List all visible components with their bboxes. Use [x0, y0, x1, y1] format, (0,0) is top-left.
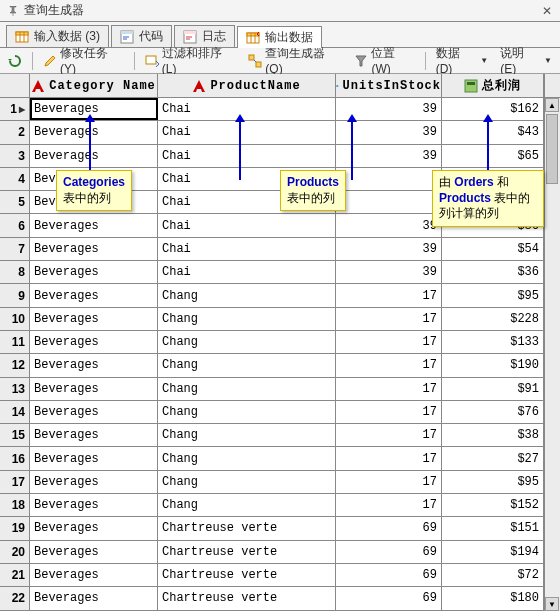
row-number[interactable]: 18	[0, 494, 30, 516]
cell[interactable]: Chang	[158, 471, 336, 493]
cell[interactable]: $27	[442, 447, 544, 469]
cell[interactable]: Beverages	[30, 541, 158, 563]
cell[interactable]: Beverages	[30, 587, 158, 609]
cell[interactable]: $54	[442, 238, 544, 260]
row-number[interactable]: 13	[0, 378, 30, 400]
row-number[interactable]: 16	[0, 447, 30, 469]
cell[interactable]: $151	[442, 517, 544, 539]
cell[interactable]: Chang	[158, 308, 336, 330]
cell[interactable]: Chang	[158, 354, 336, 376]
row-number[interactable]: 4	[0, 168, 30, 190]
tab-output-data[interactable]: 输出数据	[237, 26, 322, 48]
row-number[interactable]: 22	[0, 587, 30, 609]
cell[interactable]: Beverages	[30, 564, 158, 586]
cell[interactable]: Chang	[158, 447, 336, 469]
tab-code[interactable]: 代码	[111, 25, 172, 47]
row-number[interactable]: 14	[0, 401, 30, 423]
cell[interactable]: 17	[336, 308, 442, 330]
row-number[interactable]: 6	[0, 214, 30, 236]
column-header-product[interactable]: ProductName	[158, 74, 336, 97]
scroll-thumb[interactable]	[546, 114, 558, 184]
cell[interactable]: Beverages	[30, 238, 158, 260]
cell[interactable]: 17	[336, 401, 442, 423]
cell[interactable]: Beverages	[30, 284, 158, 306]
row-number[interactable]: 5	[0, 191, 30, 213]
cell[interactable]: Beverages	[30, 214, 158, 236]
cell[interactable]: Chang	[158, 331, 336, 353]
row-number[interactable]: 3	[0, 145, 30, 167]
cell[interactable]: Beverages	[30, 331, 158, 353]
cell[interactable]: 39	[336, 238, 442, 260]
cell[interactable]: Beverages	[30, 517, 158, 539]
column-header-units[interactable]: UnitsInStock	[336, 74, 442, 97]
scroll-down-button[interactable]: ▼	[545, 597, 559, 611]
tab-log[interactable]: 日志	[174, 25, 235, 47]
query-builder-button[interactable]: 查询生成器(Q)	[244, 50, 346, 72]
cell[interactable]: $190	[442, 354, 544, 376]
cell[interactable]: Beverages	[30, 494, 158, 516]
cell[interactable]: 69	[336, 517, 442, 539]
cell[interactable]: Chang	[158, 424, 336, 446]
column-header-profit[interactable]: 总利润	[442, 74, 544, 97]
row-number[interactable]: 9	[0, 284, 30, 306]
row-number[interactable]: 17	[0, 471, 30, 493]
cell[interactable]: 17	[336, 378, 442, 400]
cell[interactable]: Beverages	[30, 354, 158, 376]
cell[interactable]: 69	[336, 541, 442, 563]
cell[interactable]: 17	[336, 447, 442, 469]
cell[interactable]: $95	[442, 471, 544, 493]
cell[interactable]: 17	[336, 494, 442, 516]
help-menu[interactable]: 说明(E)▼	[496, 50, 556, 72]
cell[interactable]: $194	[442, 541, 544, 563]
cell[interactable]: $76	[442, 401, 544, 423]
cell[interactable]: Beverages	[30, 261, 158, 283]
where-button[interactable]: 位置(W)	[350, 50, 418, 72]
vertical-scrollbar[interactable]: ▲ ▼	[544, 98, 560, 611]
cell[interactable]: 17	[336, 331, 442, 353]
cell[interactable]: Beverages	[30, 424, 158, 446]
cell[interactable]: Chartreuse verte	[158, 517, 336, 539]
data-menu[interactable]: 数据(D)▼	[432, 50, 492, 72]
cell[interactable]: Chai	[158, 214, 336, 236]
cell[interactable]: $133	[442, 331, 544, 353]
cell[interactable]: Beverages	[30, 378, 158, 400]
row-number[interactable]: 8	[0, 261, 30, 283]
cell[interactable]: 17	[336, 284, 442, 306]
cell[interactable]: $36	[442, 261, 544, 283]
cell[interactable]: $228	[442, 308, 544, 330]
cell[interactable]: 69	[336, 587, 442, 609]
cell[interactable]: Chartreuse verte	[158, 541, 336, 563]
cell[interactable]: Chang	[158, 378, 336, 400]
row-number[interactable]: 10	[0, 308, 30, 330]
close-button[interactable]: ✕	[538, 4, 556, 18]
cell[interactable]: 69	[336, 564, 442, 586]
row-number[interactable]: 19	[0, 517, 30, 539]
corner-cell[interactable]	[0, 74, 30, 97]
cell[interactable]: $180	[442, 587, 544, 609]
column-header-category[interactable]: Category Name	[30, 74, 158, 97]
row-number[interactable]: 21	[0, 564, 30, 586]
cell[interactable]: 17	[336, 471, 442, 493]
cell[interactable]: Chang	[158, 401, 336, 423]
cell[interactable]: $152	[442, 494, 544, 516]
cell[interactable]: Chang	[158, 284, 336, 306]
cell[interactable]: 39	[336, 261, 442, 283]
cell[interactable]: $72	[442, 564, 544, 586]
cell[interactable]: 39	[336, 214, 442, 236]
row-number[interactable]: 7	[0, 238, 30, 260]
cell[interactable]: Chartreuse verte	[158, 564, 336, 586]
row-number[interactable]: 11	[0, 331, 30, 353]
cell[interactable]: $38	[442, 424, 544, 446]
row-number[interactable]: 12	[0, 354, 30, 376]
cell[interactable]: Chartreuse verte	[158, 587, 336, 609]
modify-task-button[interactable]: 修改任务(Y)	[39, 50, 128, 72]
refresh-button[interactable]	[4, 50, 26, 72]
cell[interactable]: 17	[336, 424, 442, 446]
cell[interactable]: $91	[442, 378, 544, 400]
filter-sort-button[interactable]: 过滤和排序(L)	[141, 50, 241, 72]
cell[interactable]: Beverages	[30, 471, 158, 493]
cell[interactable]: $95	[442, 284, 544, 306]
cell[interactable]: Beverages	[30, 401, 158, 423]
scroll-up-button[interactable]: ▲	[545, 98, 559, 112]
cell[interactable]: Chang	[158, 494, 336, 516]
